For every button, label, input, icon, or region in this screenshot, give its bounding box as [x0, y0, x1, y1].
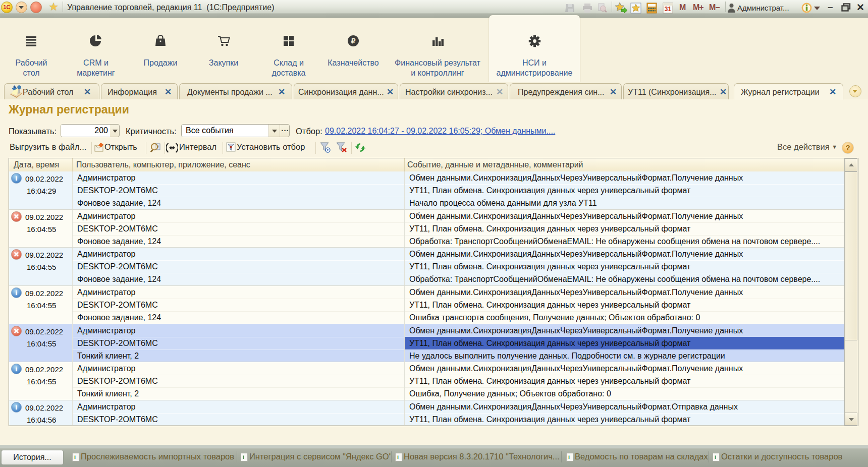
svg-text:31: 31 — [665, 6, 672, 13]
svg-text:₽: ₽ — [351, 37, 356, 45]
